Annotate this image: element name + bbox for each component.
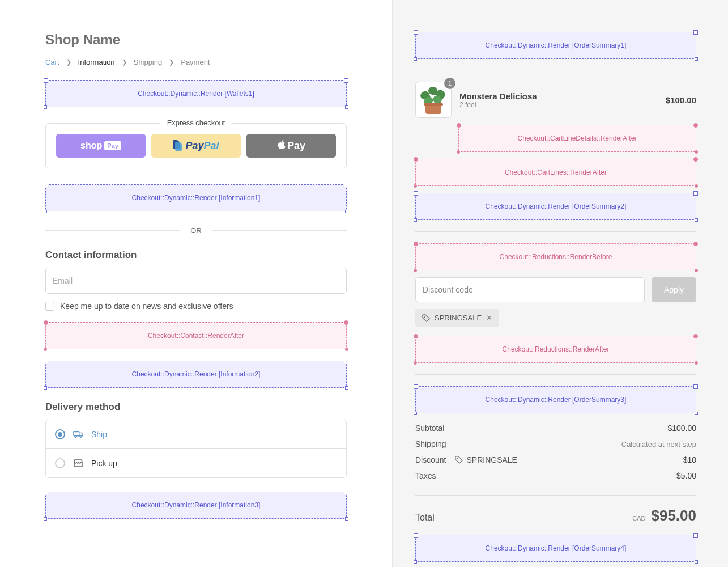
subtotal-value: $100.00 — [667, 424, 696, 433]
svg-point-2 — [80, 435, 82, 437]
newsletter-checkbox-row[interactable]: Keep me up to date on news and exclusive… — [45, 302, 347, 311]
extension-slot-cartlinedetails-after: Checkout::CartLineDetails::RenderAfter — [458, 125, 696, 152]
radio-icon — [55, 429, 65, 439]
slot-label: Checkout::Dynamic::Render [OrderSummary3… — [486, 396, 627, 404]
total-label: Total — [415, 513, 435, 523]
ship-label: Ship — [91, 430, 107, 439]
newsletter-label: Keep me up to date on news and exclusive… — [60, 302, 233, 311]
tag-icon — [422, 314, 430, 322]
svg-point-4 — [457, 458, 458, 459]
checkout-main: Shop Name Cart ❯ Information ❯ Shipping … — [0, 0, 393, 567]
taxes-value: $5.00 — [676, 471, 696, 480]
extension-slot-reductions-after: Checkout::Reductions::RenderAfter — [415, 336, 696, 363]
extension-slot-wallets1: Checkout::Dynamic::Render [Wallets1] — [45, 80, 347, 107]
applied-discount-tag: SPRINGSALE ✕ — [415, 309, 499, 327]
product-thumbnail: 1 — [415, 82, 452, 118]
breadcrumb-shipping: Shipping — [134, 58, 163, 66]
divider — [415, 495, 696, 496]
extension-slot-information3: Checkout::Dynamic::Render [Information3] — [45, 492, 347, 519]
cart-line-item: 1 Monstera Deliciosa 2 feet $100.00 — [415, 82, 696, 118]
delivery-title: Delivery method — [45, 401, 347, 413]
discount-code-label: SPRINGSALE — [435, 314, 482, 322]
extension-slot-cartlines-after: Checkout::CartLines::RenderAfter — [415, 159, 696, 186]
extension-slot-ordersummary1: Checkout::Dynamic::Render [OrderSummary1… — [415, 32, 696, 59]
shop-pay-button[interactable]: shop Pay — [56, 134, 146, 158]
discount-row-summary: Discount SPRINGSALE $10 — [415, 452, 696, 468]
total-amount: $95.00 — [651, 507, 696, 524]
express-checkout-label: Express checkout — [160, 119, 232, 127]
total-row: Total CAD $95.00 — [415, 507, 696, 524]
breadcrumb-cart[interactable]: Cart — [45, 58, 59, 66]
product-name: Monstera Deliciosa — [459, 91, 658, 101]
delivery-option-ship[interactable]: Ship — [46, 420, 346, 448]
apple-icon — [277, 139, 286, 153]
slot-label: Checkout::Dynamic::Render [OrderSummary1… — [486, 41, 627, 49]
slot-label: Checkout::Contact::RenderAfter — [148, 332, 244, 340]
breadcrumb-information: Information — [78, 58, 115, 66]
divider — [415, 374, 696, 375]
taxes-row: Taxes $5.00 — [415, 468, 696, 484]
breadcrumb-payment: Payment — [181, 58, 210, 66]
tag-icon — [455, 456, 463, 464]
slot-label: Checkout::Reductions::RenderAfter — [503, 345, 610, 353]
subtotal-label: Subtotal — [415, 424, 444, 433]
chevron-right-icon: ❯ — [122, 58, 127, 66]
or-label: OR — [190, 226, 202, 235]
shop-pay-logo-icon: shop Pay — [80, 141, 121, 151]
contact-title: Contact information — [45, 249, 347, 261]
truck-icon — [73, 429, 83, 439]
email-input[interactable] — [45, 268, 347, 294]
shipping-value: Calculated at next step — [621, 440, 696, 448]
express-checkout: Express checkout shop Pay PayPal Pay — [45, 123, 347, 168]
extension-slot-ordersummary3: Checkout::Dynamic::Render [OrderSummary3… — [415, 386, 696, 413]
extension-slot-reductions-before: Checkout::Reductions::RenderBefore — [415, 243, 696, 270]
extension-slot-information2: Checkout::Dynamic::Render [Information2] — [45, 361, 347, 388]
remove-discount-icon[interactable]: ✕ — [486, 314, 492, 322]
currency-label: CAD — [632, 515, 645, 522]
slot-label: Checkout::Reductions::RenderBefore — [500, 253, 612, 261]
extension-slot-information1: Checkout::Dynamic::Render [Information1] — [45, 184, 347, 211]
slot-label: Checkout::CartLineDetails::RenderAfter — [518, 134, 637, 142]
order-summary-sidebar: Checkout::Dynamic::Render [OrderSummary1… — [393, 0, 728, 567]
delivery-option-pickup[interactable]: Pick up — [46, 448, 346, 477]
delivery-options: Ship Pick up — [45, 420, 347, 478]
shipping-row: Shipping Calculated at next step — [415, 436, 696, 452]
checkbox-icon[interactable] — [45, 302, 54, 311]
apply-discount-button[interactable]: Apply — [652, 277, 696, 302]
chevron-right-icon: ❯ — [169, 58, 174, 66]
discount-code-input[interactable] — [415, 277, 645, 302]
extension-slot-ordersummary4: Checkout::Dynamic::Render [OrderSummary4… — [415, 535, 696, 562]
slot-label: Checkout::Dynamic::Render [Information1] — [132, 194, 261, 202]
shipping-label: Shipping — [415, 439, 446, 448]
slot-label: Checkout::Dynamic::Render [OrderSummary2… — [486, 202, 627, 210]
slot-label: Checkout::Dynamic::Render [Wallets1] — [138, 90, 254, 98]
store-icon — [73, 458, 83, 468]
slot-label: Checkout::Dynamic::Render [OrderSummary4… — [486, 544, 627, 552]
breadcrumb: Cart ❯ Information ❯ Shipping ❯ Payment — [45, 58, 347, 66]
discount-label: Discount — [415, 455, 446, 464]
chevron-right-icon: ❯ — [66, 58, 71, 66]
apple-pay-button[interactable]: Pay — [246, 134, 336, 158]
slot-label: Checkout::CartLines::RenderAfter — [505, 168, 607, 176]
svg-rect-0 — [74, 432, 79, 436]
extension-slot-ordersummary2: Checkout::Dynamic::Render [OrderSummary2… — [415, 193, 696, 220]
radio-icon — [55, 458, 65, 468]
paypal-logo: PayPal — [185, 140, 219, 152]
paypal-icon — [173, 140, 183, 151]
subtotal-row: Subtotal $100.00 — [415, 420, 696, 436]
svg-point-1 — [75, 435, 76, 437]
slot-label: Checkout::Dynamic::Render [Information2] — [132, 370, 261, 378]
discount-value: $10 — [683, 455, 696, 464]
slot-label: Checkout::Dynamic::Render [Information3] — [132, 501, 261, 509]
extension-slot-contact-after: Checkout::Contact::RenderAfter — [45, 322, 347, 349]
discount-row: Apply — [415, 277, 696, 302]
shop-name: Shop Name — [45, 32, 347, 48]
svg-point-3 — [424, 316, 425, 317]
taxes-label: Taxes — [415, 471, 436, 480]
product-variant: 2 feet — [459, 101, 658, 109]
or-divider: OR — [45, 226, 347, 235]
paypal-button[interactable]: PayPal — [151, 134, 241, 158]
discount-code-summary: SPRINGSALE — [466, 455, 517, 464]
divider — [415, 231, 696, 232]
pickup-label: Pick up — [91, 459, 117, 468]
